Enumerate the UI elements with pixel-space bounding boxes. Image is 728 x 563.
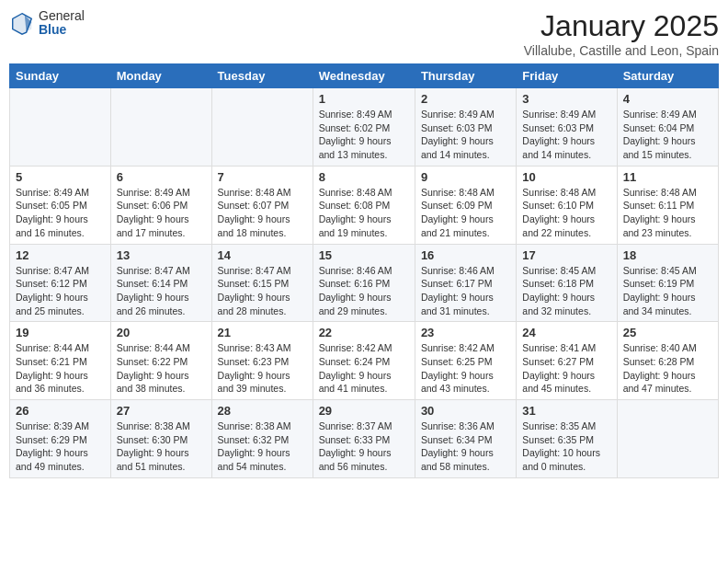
day-number: 1 bbox=[319, 92, 409, 106]
calendar-cell: 1Sunrise: 8:49 AM Sunset: 6:02 PM Daylig… bbox=[313, 88, 415, 167]
day-number: 23 bbox=[421, 326, 510, 339]
calendar-cell: 30Sunrise: 8:36 AM Sunset: 6:34 PM Dayli… bbox=[415, 400, 516, 478]
day-number: 9 bbox=[421, 170, 510, 184]
month-title: January 2025 bbox=[524, 9, 719, 43]
day-number: 20 bbox=[117, 326, 206, 339]
day-number: 19 bbox=[16, 326, 105, 339]
calendar-cell: 22Sunrise: 8:42 AM Sunset: 6:24 PM Dayli… bbox=[313, 322, 415, 400]
weekday-header-friday: Friday bbox=[517, 64, 617, 88]
day-number: 7 bbox=[218, 170, 307, 184]
calendar-table: SundayMondayTuesdayWednesdayThursdayFrid… bbox=[9, 63, 719, 478]
day-info: Sunrise: 8:48 AM Sunset: 6:08 PM Dayligh… bbox=[319, 186, 409, 240]
day-number: 31 bbox=[522, 404, 610, 418]
calendar-cell: 6Sunrise: 8:49 AM Sunset: 6:06 PM Daylig… bbox=[110, 166, 211, 244]
calendar-cell: 2Sunrise: 8:49 AM Sunset: 6:03 PM Daylig… bbox=[415, 88, 516, 167]
day-info: Sunrise: 8:44 AM Sunset: 6:21 PM Dayligh… bbox=[16, 341, 105, 396]
calendar-cell: 8Sunrise: 8:48 AM Sunset: 6:08 PM Daylig… bbox=[313, 166, 415, 244]
day-info: Sunrise: 8:44 AM Sunset: 6:22 PM Dayligh… bbox=[117, 341, 206, 396]
day-info: Sunrise: 8:46 AM Sunset: 6:17 PM Dayligh… bbox=[421, 264, 510, 318]
day-info: Sunrise: 8:47 AM Sunset: 6:14 PM Dayligh… bbox=[117, 264, 206, 318]
day-info: Sunrise: 8:49 AM Sunset: 6:03 PM Dayligh… bbox=[522, 108, 610, 162]
day-number: 16 bbox=[421, 248, 510, 262]
calendar-cell: 15Sunrise: 8:46 AM Sunset: 6:16 PM Dayli… bbox=[313, 244, 415, 322]
calendar-cell: 28Sunrise: 8:38 AM Sunset: 6:32 PM Dayli… bbox=[211, 400, 313, 478]
calendar-week-3: 12Sunrise: 8:47 AM Sunset: 6:12 PM Dayli… bbox=[10, 244, 719, 322]
calendar-cell: 27Sunrise: 8:38 AM Sunset: 6:30 PM Dayli… bbox=[110, 400, 211, 478]
day-number: 6 bbox=[117, 170, 206, 184]
day-info: Sunrise: 8:39 AM Sunset: 6:29 PM Dayligh… bbox=[16, 419, 105, 474]
day-info: Sunrise: 8:36 AM Sunset: 6:34 PM Dayligh… bbox=[421, 419, 510, 474]
calendar-cell: 13Sunrise: 8:47 AM Sunset: 6:14 PM Dayli… bbox=[110, 244, 211, 322]
day-info: Sunrise: 8:49 AM Sunset: 6:06 PM Dayligh… bbox=[117, 186, 206, 240]
day-info: Sunrise: 8:49 AM Sunset: 6:04 PM Dayligh… bbox=[623, 108, 712, 162]
weekday-header-sunday: Sunday bbox=[10, 64, 111, 88]
calendar-cell: 21Sunrise: 8:43 AM Sunset: 6:23 PM Dayli… bbox=[211, 322, 313, 400]
calendar-body: 1Sunrise: 8:49 AM Sunset: 6:02 PM Daylig… bbox=[10, 88, 719, 478]
calendar-cell: 11Sunrise: 8:48 AM Sunset: 6:11 PM Dayli… bbox=[617, 166, 718, 244]
calendar-cell: 24Sunrise: 8:41 AM Sunset: 6:27 PM Dayli… bbox=[517, 322, 617, 400]
calendar-cell: 20Sunrise: 8:44 AM Sunset: 6:22 PM Dayli… bbox=[110, 322, 211, 400]
day-number: 4 bbox=[623, 92, 712, 106]
calendar-cell bbox=[10, 88, 111, 167]
calendar-cell: 31Sunrise: 8:35 AM Sunset: 6:35 PM Dayli… bbox=[517, 400, 617, 478]
day-info: Sunrise: 8:43 AM Sunset: 6:23 PM Dayligh… bbox=[218, 341, 307, 396]
day-number: 18 bbox=[623, 248, 712, 262]
day-number: 15 bbox=[319, 248, 409, 262]
day-info: Sunrise: 8:37 AM Sunset: 6:33 PM Dayligh… bbox=[319, 419, 409, 474]
day-number: 26 bbox=[16, 404, 105, 418]
calendar-cell bbox=[617, 400, 718, 478]
day-info: Sunrise: 8:49 AM Sunset: 6:03 PM Dayligh… bbox=[421, 108, 510, 162]
day-number: 12 bbox=[16, 248, 105, 262]
day-info: Sunrise: 8:49 AM Sunset: 6:05 PM Dayligh… bbox=[16, 186, 105, 240]
day-info: Sunrise: 8:47 AM Sunset: 6:12 PM Dayligh… bbox=[16, 264, 105, 318]
day-info: Sunrise: 8:45 AM Sunset: 6:19 PM Dayligh… bbox=[623, 264, 712, 318]
day-number: 10 bbox=[522, 170, 610, 184]
calendar-cell: 18Sunrise: 8:45 AM Sunset: 6:19 PM Dayli… bbox=[617, 244, 718, 322]
calendar-cell: 14Sunrise: 8:47 AM Sunset: 6:15 PM Dayli… bbox=[211, 244, 313, 322]
weekday-header-thursday: Thursday bbox=[415, 64, 516, 88]
calendar-week-1: 1Sunrise: 8:49 AM Sunset: 6:02 PM Daylig… bbox=[10, 88, 719, 167]
weekday-header-monday: Monday bbox=[110, 64, 211, 88]
day-number: 30 bbox=[421, 404, 510, 418]
day-number: 24 bbox=[522, 326, 610, 339]
day-info: Sunrise: 8:48 AM Sunset: 6:10 PM Dayligh… bbox=[522, 186, 610, 240]
day-number: 21 bbox=[218, 326, 307, 339]
day-number: 14 bbox=[218, 248, 307, 262]
calendar-cell: 23Sunrise: 8:42 AM Sunset: 6:25 PM Dayli… bbox=[415, 322, 516, 400]
day-info: Sunrise: 8:48 AM Sunset: 6:11 PM Dayligh… bbox=[623, 186, 712, 240]
location-title: Villalube, Castille and Leon, Spain bbox=[524, 43, 719, 58]
title-area: January 2025 Villalube, Castille and Leo… bbox=[524, 9, 719, 58]
day-number: 11 bbox=[623, 170, 712, 184]
day-info: Sunrise: 8:46 AM Sunset: 6:16 PM Dayligh… bbox=[319, 264, 409, 318]
day-number: 5 bbox=[16, 170, 105, 184]
day-info: Sunrise: 8:47 AM Sunset: 6:15 PM Dayligh… bbox=[218, 264, 307, 318]
day-number: 29 bbox=[319, 404, 409, 418]
day-info: Sunrise: 8:49 AM Sunset: 6:02 PM Dayligh… bbox=[319, 108, 409, 162]
day-number: 25 bbox=[623, 326, 712, 339]
day-number: 22 bbox=[319, 326, 409, 339]
logo-blue-text: Blue bbox=[39, 23, 85, 37]
day-number: 13 bbox=[117, 248, 206, 262]
day-info: Sunrise: 8:38 AM Sunset: 6:30 PM Dayligh… bbox=[117, 419, 206, 474]
page-header: General Blue January 2025 Villalube, Cas… bbox=[9, 9, 719, 58]
day-info: Sunrise: 8:40 AM Sunset: 6:28 PM Dayligh… bbox=[623, 341, 712, 396]
weekday-header-row: SundayMondayTuesdayWednesdayThursdayFrid… bbox=[10, 64, 719, 88]
day-info: Sunrise: 8:42 AM Sunset: 6:24 PM Dayligh… bbox=[319, 341, 409, 396]
calendar-cell: 3Sunrise: 8:49 AM Sunset: 6:03 PM Daylig… bbox=[517, 88, 617, 167]
calendar-cell: 26Sunrise: 8:39 AM Sunset: 6:29 PM Dayli… bbox=[10, 400, 111, 478]
logo: General Blue bbox=[9, 9, 85, 38]
day-number: 3 bbox=[522, 92, 610, 106]
logo-general-text: General bbox=[39, 9, 85, 23]
calendar-cell: 5Sunrise: 8:49 AM Sunset: 6:05 PM Daylig… bbox=[10, 166, 111, 244]
calendar-cell: 4Sunrise: 8:49 AM Sunset: 6:04 PM Daylig… bbox=[617, 88, 718, 167]
day-info: Sunrise: 8:42 AM Sunset: 6:25 PM Dayligh… bbox=[421, 341, 510, 396]
calendar-cell bbox=[110, 88, 211, 167]
calendar-week-2: 5Sunrise: 8:49 AM Sunset: 6:05 PM Daylig… bbox=[10, 166, 719, 244]
day-number: 8 bbox=[319, 170, 409, 184]
calendar-week-5: 26Sunrise: 8:39 AM Sunset: 6:29 PM Dayli… bbox=[10, 400, 719, 478]
logo-text: General Blue bbox=[39, 9, 85, 38]
weekday-header-saturday: Saturday bbox=[617, 64, 718, 88]
calendar-week-4: 19Sunrise: 8:44 AM Sunset: 6:21 PM Dayli… bbox=[10, 322, 719, 400]
calendar-cell: 25Sunrise: 8:40 AM Sunset: 6:28 PM Dayli… bbox=[617, 322, 718, 400]
calendar-cell: 19Sunrise: 8:44 AM Sunset: 6:21 PM Dayli… bbox=[10, 322, 111, 400]
